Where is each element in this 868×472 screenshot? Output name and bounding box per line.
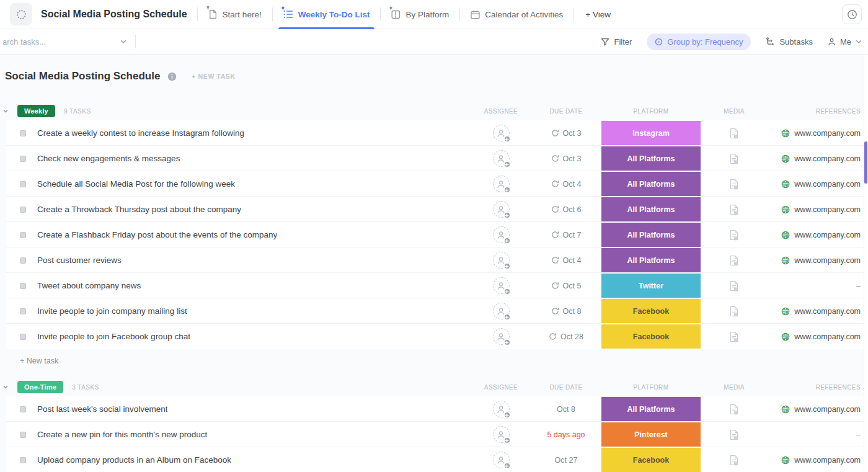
add-assignee-button[interactable] [493,252,510,269]
due-date[interactable]: Oct 7 [532,231,600,239]
task-title[interactable]: Invite people to join company mailing li… [37,306,187,316]
subtasks-button[interactable]: Subtasks [766,37,812,47]
media-attachment-icon[interactable] [729,331,739,342]
add-assignee-button[interactable] [493,226,510,243]
reference-link[interactable]: www.company.com [794,307,861,316]
media-attachment-icon[interactable] [729,429,739,440]
tab-calendar-of-activities[interactable]: Calendar of Activities [460,0,574,29]
platform-badge[interactable]: All Platforms [601,172,701,196]
media-attachment-icon[interactable] [729,128,739,139]
add-view-button[interactable]: + View [574,10,622,19]
task-status-icon[interactable] [20,156,26,162]
task-status-icon[interactable] [20,283,26,289]
due-date[interactable]: Oct 3 [532,129,600,138]
task-status-icon[interactable] [20,308,26,314]
platform-badge[interactable]: All Platforms [601,197,701,221]
media-attachment-icon[interactable] [729,179,739,190]
due-date[interactable]: Oct 28 [532,332,600,341]
media-attachment-icon[interactable] [729,229,739,241]
add-assignee-button[interactable] [493,328,510,345]
due-date[interactable]: 5 days ago [532,430,600,439]
add-assignee-button[interactable] [493,150,510,167]
platform-badge[interactable]: Facebook [601,299,701,323]
due-date[interactable]: Oct 4 [532,256,600,265]
task-title[interactable]: Post last week's social involvement [37,404,167,414]
group-badge[interactable]: Weekly [17,105,55,117]
reference-link[interactable]: www.company.com [794,256,861,265]
task-title[interactable]: Create a Throwback Thursday post about t… [37,205,241,214]
tab-weekly-to-do-list[interactable]: Weekly To-Do List [273,0,381,29]
add-assignee-button[interactable] [493,125,510,141]
platform-badge[interactable]: Twitter [601,274,701,298]
platform-badge[interactable]: All Platforms [601,223,701,247]
due-date[interactable]: Oct 6 [532,205,600,214]
media-attachment-icon[interactable] [729,204,739,215]
task-title[interactable]: Post customer reviews [37,256,122,265]
task-title[interactable]: Create a Flashback Friday post about the… [37,230,277,239]
reference-link[interactable]: www.company.com [794,231,861,239]
list-spinner-button[interactable] [10,3,32,25]
group-badge[interactable]: One-Time [17,381,63,393]
platform-badge[interactable]: All Platforms [601,248,701,272]
add-assignee-button[interactable] [493,303,510,319]
due-date[interactable]: Oct 3 [532,154,600,163]
task-status-icon[interactable] [20,457,26,463]
tab-by-platform[interactable]: By Platform [381,0,459,29]
group-by-button[interactable]: Group by: Frequency [647,33,751,50]
collapse-chevron-icon[interactable] [2,384,9,390]
platform-badge[interactable]: Facebook [601,448,701,472]
due-date[interactable]: Oct 4 [532,180,600,189]
media-attachment-icon[interactable] [729,455,739,466]
me-button[interactable]: Me [828,37,862,47]
task-title[interactable]: Create a new pin for this month's new pr… [37,430,207,439]
task-status-icon[interactable] [20,232,26,238]
due-date[interactable]: Oct 27 [532,456,600,465]
due-date[interactable]: Oct 8 [532,307,600,316]
due-date[interactable]: Oct 5 [532,282,600,290]
reference-link[interactable]: www.company.com [794,405,861,414]
add-assignee-button[interactable] [493,277,510,294]
task-status-icon[interactable] [20,181,26,187]
tab-start-here[interactable]: Start here! [198,0,272,29]
info-icon[interactable] [167,72,177,81]
task-status-icon[interactable] [20,334,26,340]
add-assignee-button[interactable] [493,176,510,192]
task-title[interactable]: Schedule all Social Media Post for the f… [37,179,235,189]
platform-badge[interactable]: All Platforms [601,397,701,421]
platform-badge[interactable]: All Platforms [601,146,701,171]
scrollbar-thumb[interactable] [864,141,867,184]
task-status-icon[interactable] [20,257,26,264]
task-title[interactable]: Check new engagements & messages [37,154,180,163]
task-title[interactable]: Create a weekly contest to increase Inst… [37,128,244,138]
task-status-icon[interactable] [20,207,26,213]
reference-link[interactable]: www.company.com [794,129,861,138]
clock-button[interactable] [842,4,862,24]
platform-badge[interactable]: Pinterest [601,422,701,447]
due-date[interactable]: Oct 8 [532,405,600,414]
reference-link[interactable]: www.company.com [794,205,861,214]
reference-link[interactable]: www.company.com [794,456,861,465]
task-title[interactable]: Tweet about company news [37,281,141,290]
task-title[interactable]: Upload company products in an Album on F… [37,455,231,465]
media-attachment-icon[interactable] [729,306,739,317]
reference-link[interactable]: www.company.com [794,332,861,341]
task-title[interactable]: Invite people to join Facebook group cha… [37,332,190,341]
platform-badge[interactable]: Instagram [601,121,701,145]
reference-link[interactable]: www.company.com [794,180,861,189]
reference-link[interactable]: www.company.com [794,154,861,163]
add-assignee-button[interactable] [493,201,510,218]
add-task-button[interactable]: + New task [6,349,866,365]
task-status-icon[interactable] [20,130,26,136]
add-assignee-button[interactable] [493,401,510,417]
search-tasks-input[interactable]: arch tasks... [0,29,135,54]
task-status-icon[interactable] [20,406,26,412]
collapse-chevron-icon[interactable] [2,108,9,114]
media-attachment-icon[interactable] [729,280,739,292]
media-attachment-icon[interactable] [729,153,739,164]
new-task-button[interactable]: + NEW TASK [188,72,239,81]
media-attachment-icon[interactable] [729,404,739,415]
platform-badge[interactable]: Facebook [601,324,701,349]
filter-button[interactable]: Filter [601,37,632,47]
add-assignee-button[interactable] [493,452,510,468]
add-assignee-button[interactable] [493,426,510,443]
